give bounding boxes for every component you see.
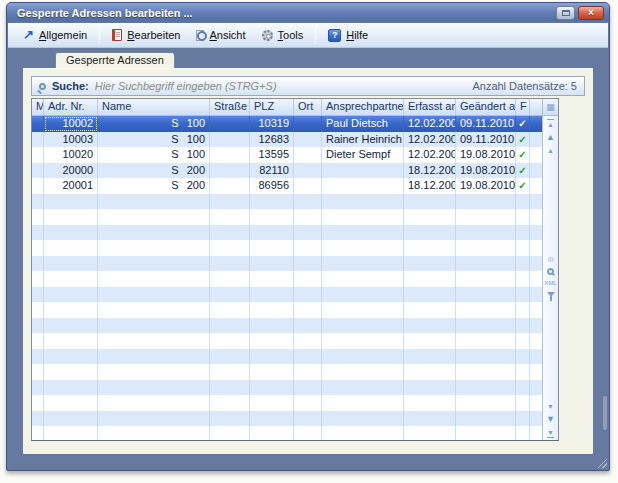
window-corner-resize-grip[interactable] — [598, 459, 607, 468]
cell-geaendert_am[interactable]: 19.08.2010 — [456, 178, 516, 194]
cell-adr_nr[interactable]: 10003 — [44, 132, 98, 148]
cell-ort[interactable] — [294, 178, 322, 194]
cell-erfasst_am[interactable]: 12.02.2007 — [404, 132, 456, 148]
menu-hilfe[interactable]: ? Hilfe — [321, 26, 375, 45]
cell-erfasst_am[interactable]: 18.12.2006 — [404, 163, 456, 179]
row-up-button[interactable]: ▲ — [547, 147, 554, 154]
header-strasse[interactable]: Straße — [210, 99, 250, 115]
cell-ansprechpartner[interactable] — [322, 178, 404, 194]
page-up-button[interactable]: ▲ — [546, 133, 555, 142]
cell-blank[interactable] — [32, 116, 44, 132]
cell-blank — [32, 302, 44, 318]
cell-name[interactable]: S100 — [98, 116, 210, 132]
cell-adr_nr[interactable]: 20001 — [44, 178, 98, 194]
cell-strasse[interactable] — [210, 116, 250, 132]
table-row[interactable]: 10002S10010319Paul Dietsch12.02.200709.1… — [32, 116, 542, 132]
header-geaendert-am[interactable]: Geändert am — [456, 99, 516, 115]
header-f[interactable]: F — [516, 99, 530, 115]
cell-adr_nr — [44, 194, 98, 210]
cell-ort[interactable] — [294, 116, 322, 132]
fit-width-button[interactable]: (|) — [548, 256, 554, 263]
cell-f[interactable]: ✓ — [516, 178, 530, 194]
zoom-button[interactable] — [547, 268, 554, 275]
cell-strasse[interactable] — [210, 163, 250, 179]
cell-adr_nr[interactable]: 10020 — [44, 147, 98, 163]
cell-geaendert_am[interactable]: 09.11.2010 — [456, 116, 516, 132]
header-ort[interactable]: Ort — [294, 99, 322, 115]
scroll-top-button[interactable]: ▲ — [547, 119, 554, 128]
cell-plz[interactable]: 13595 — [250, 147, 294, 163]
page-down-button[interactable]: ▼ — [546, 415, 555, 424]
cell-erfasst_am[interactable]: 12.02.2007 — [404, 147, 456, 163]
cell-plz[interactable]: 10319 — [250, 116, 294, 132]
header-m[interactable]: M — [32, 99, 44, 115]
cell-erfasst_am[interactable]: 18.12.2006 — [404, 178, 456, 194]
cell-strasse[interactable] — [210, 178, 250, 194]
cell-ansprechpartner[interactable]: Rainer Heinrich — [322, 132, 404, 148]
filter-button[interactable] — [547, 292, 555, 301]
cell-plz[interactable]: 12683 — [250, 132, 294, 148]
cell-plz[interactable]: 86956 — [250, 178, 294, 194]
cell-name[interactable]: S100 — [98, 147, 210, 163]
cell-geaendert_am[interactable]: 09.11.2010 — [456, 132, 516, 148]
cell-f[interactable]: ✓ — [516, 116, 530, 132]
cell-erfasst_am[interactable]: 12.02.2007 — [404, 116, 456, 132]
cell-blank[interactable] — [530, 163, 542, 179]
cell-plz[interactable]: 82110 — [250, 163, 294, 179]
cell-blank[interactable] — [530, 178, 542, 194]
close-button[interactable]: × — [578, 6, 604, 20]
cell-ort — [294, 411, 322, 427]
tab-gesperrte-adressen[interactable]: Gesperrte Adressen — [55, 52, 175, 68]
header-erfasst-am[interactable]: Erfasst am — [404, 99, 456, 115]
header-adr-nr[interactable]: Adr. Nr. — [44, 99, 98, 115]
maximize-button[interactable] — [556, 6, 575, 20]
row-down-button[interactable]: ▼ — [547, 403, 554, 410]
table-row[interactable]: 20000S2008211018.12.200619.08.2010✓ — [32, 163, 542, 179]
cell-blank[interactable] — [32, 147, 44, 163]
cell-f[interactable]: ✓ — [516, 163, 530, 179]
menu-ansicht[interactable]: Ansicht — [189, 26, 252, 44]
cell-blank[interactable] — [32, 178, 44, 194]
cell-blank — [32, 194, 44, 210]
titlebar[interactable]: Gesperrte Adressen bearbeiten ... × — [7, 3, 609, 23]
cell-blank[interactable] — [32, 132, 44, 148]
window-resize-grip[interactable] — [603, 396, 607, 430]
cell-adr_nr[interactable]: 20000 — [44, 163, 98, 179]
menu-allgemein[interactable]: ↗ Allgemein — [16, 26, 94, 44]
scroll-bottom-button[interactable]: ▼ — [547, 429, 554, 438]
cell-ansprechpartner[interactable]: Dieter Sempf — [322, 147, 404, 163]
cell-strasse[interactable] — [210, 132, 250, 148]
cell-f[interactable]: ✓ — [516, 132, 530, 148]
menu-bearbeiten[interactable]: Bearbeiten — [105, 26, 187, 44]
cell-f[interactable]: ✓ — [516, 147, 530, 163]
cell-geaendert_am[interactable]: 19.08.2010 — [456, 163, 516, 179]
header-plz[interactable]: PLZ — [250, 99, 294, 115]
xml-export-button[interactable]: XML — [544, 280, 556, 287]
header-name[interactable]: Name — [98, 99, 210, 115]
table-row[interactable]: 20001S2008695618.12.200619.08.2010✓ — [32, 178, 542, 194]
cell-blank[interactable] — [530, 132, 542, 148]
cell-ansprechpartner — [322, 318, 404, 334]
cell-ort[interactable] — [294, 132, 322, 148]
cell-name[interactable]: S200 — [98, 163, 210, 179]
search-input[interactable] — [95, 80, 459, 92]
cell-ansprechpartner[interactable] — [322, 163, 404, 179]
table-row[interactable]: 10020S10013595Dieter Sempf12.02.200719.0… — [32, 147, 542, 163]
cell-geaendert_am[interactable]: 19.08.2010 — [456, 147, 516, 163]
table-row[interactable]: 10003S10012683Rainer Heinrich12.02.20070… — [32, 132, 542, 148]
cell-blank[interactable] — [32, 163, 44, 179]
cell-name[interactable]: S200 — [98, 178, 210, 194]
cell-strasse[interactable] — [210, 147, 250, 163]
header-ansprechpartner[interactable]: Ansprechpartner — [322, 99, 404, 115]
cell-blank[interactable] — [530, 116, 542, 132]
cell-ort[interactable] — [294, 163, 322, 179]
cell-ansprechpartner[interactable]: Paul Dietsch — [322, 116, 404, 132]
cell-adr_nr[interactable]: 10002 — [44, 116, 98, 132]
cell-blank[interactable] — [530, 147, 542, 163]
menu-tools[interactable]: Tools — [255, 26, 311, 44]
cell-blank — [32, 395, 44, 411]
cell-name[interactable]: S100 — [98, 132, 210, 148]
column-options-button[interactable]: ▦ — [543, 99, 558, 116]
cell-blank — [530, 395, 542, 411]
cell-ort[interactable] — [294, 147, 322, 163]
